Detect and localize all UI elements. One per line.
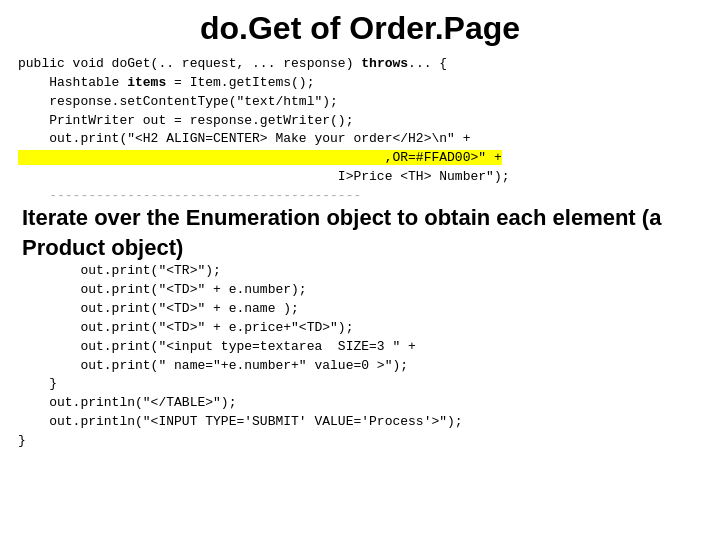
keyword-public: public void doGet( — [18, 56, 158, 71]
code-line-14: out.print("<TD>" + e.price+"<TD>"); — [18, 320, 353, 335]
code-line-20: } — [18, 433, 26, 448]
code-line-1: public void doGet(.. request, ... respon… — [18, 56, 447, 71]
code-line-13: out.print("<TD>" + e.name ); — [18, 301, 299, 316]
page-title: do.Get of Order.Page — [0, 0, 720, 55]
code-line-6: ,OR=#FFAD00>" + — [18, 150, 502, 165]
code-line-16: out.print(" name="+e.number+" value=0 >"… — [18, 358, 408, 373]
keyword-throws: throws — [361, 56, 408, 71]
content-area: public void doGet(.. request, ... respon… — [0, 55, 720, 451]
code-line-17: } — [18, 376, 57, 391]
overlay-text: Iterate over the Enumeration object to o… — [18, 203, 720, 262]
code-line-5: out.print("<H2 ALIGN=CENTER> Make your o… — [18, 131, 470, 146]
code-line-8: ---------------------------------------- — [18, 188, 361, 203]
code-line-12: out.print("<TD>" + e.number); — [18, 282, 307, 297]
code-line-4: PrintWriter out = response.getWriter(); — [18, 113, 353, 128]
code-line-2: Hashtable items = Item.getItems(); — [18, 75, 314, 90]
code-line-11: out.print("<TR>"); — [18, 263, 221, 278]
code-line-3: response.setContentType("text/html"); — [18, 94, 338, 109]
code-line-15: out.print("<input type=textarea SIZE=3 "… — [18, 339, 416, 354]
code-line-18: out.println("</TABLE>"); — [18, 395, 236, 410]
code-line-19: out.println("<INPUT TYPE='SUBMIT' VALUE=… — [18, 414, 463, 429]
code-line-7: I>Price <TH> Number"); — [18, 169, 509, 184]
